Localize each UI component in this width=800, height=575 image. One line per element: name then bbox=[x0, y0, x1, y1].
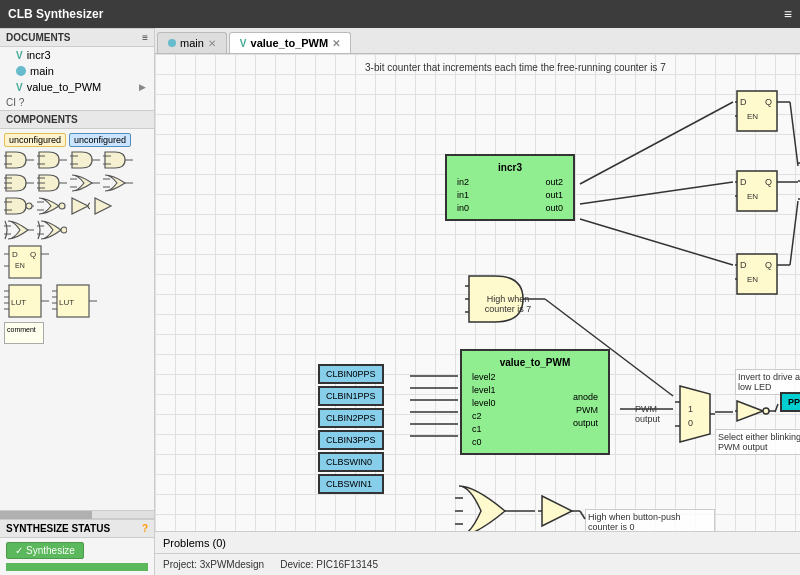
category-labels: unconfigured unconfigured bbox=[4, 133, 150, 147]
and-gate-1[interactable] bbox=[4, 150, 34, 170]
sidebar-scrollbar-thumb[interactable] bbox=[0, 511, 92, 519]
sidebar-scrollbar[interactable] bbox=[0, 510, 154, 518]
annotation-top: 3-bit counter that increments each time … bbox=[365, 62, 725, 73]
synthesize-help-icon[interactable]: ? bbox=[142, 523, 148, 534]
svg-line-124 bbox=[775, 404, 778, 412]
tab-value-to-pwm[interactable]: V value_to_PWM ✕ bbox=[229, 32, 351, 53]
device-status: Device: PIC16F13145 bbox=[280, 559, 378, 570]
and-gate-6[interactable] bbox=[37, 173, 67, 193]
vtopwm-c1: c1 bbox=[472, 424, 496, 434]
svg-text:D: D bbox=[740, 260, 747, 270]
annotation-high-when-0: High when button-push counter is 0 bbox=[585, 509, 715, 531]
tabbar: main ✕ V value_to_PWM ✕ bbox=[155, 28, 800, 54]
large-or-gate[interactable] bbox=[455, 484, 535, 531]
problems-bar: Problems (0) bbox=[155, 531, 800, 553]
canvas-area: 3-bit counter that increments each time … bbox=[155, 54, 800, 531]
or-gate-2[interactable] bbox=[103, 173, 133, 193]
dff-1[interactable]: D Q EN bbox=[735, 89, 790, 136]
svg-marker-33 bbox=[72, 198, 88, 214]
gate-row-1 bbox=[4, 150, 150, 170]
svg-text:Q: Q bbox=[765, 177, 772, 187]
or-gate-1[interactable] bbox=[70, 173, 100, 193]
high-when-7-gate[interactable] bbox=[465, 274, 545, 326]
svg-point-30 bbox=[59, 203, 65, 209]
vtopwm-level2: level2 bbox=[472, 372, 496, 382]
doc-item-value-to-pwm[interactable]: V value_to_PWM ▶ bbox=[0, 79, 154, 95]
components-grid: unconfigured unconfigured bbox=[0, 129, 154, 510]
comment-component[interactable]: comment bbox=[4, 322, 44, 344]
svg-text:Q: Q bbox=[30, 250, 36, 259]
tab-main[interactable]: main ✕ bbox=[157, 32, 227, 53]
incr3-block[interactable]: incr3 in2 in1 in0 out2 out1 out0 bbox=[445, 154, 575, 221]
svg-marker-35 bbox=[95, 198, 111, 214]
buf-gate-1[interactable] bbox=[93, 196, 113, 216]
lut-component-1[interactable]: LUT bbox=[4, 283, 49, 319]
pin-clbin3pps[interactable]: CLBIN3PPS bbox=[318, 430, 384, 450]
main-layout: DOCUMENTS ≡ V incr3 main V value_to_PWM … bbox=[0, 28, 800, 575]
vtopwm-pwm-output2: output bbox=[573, 418, 598, 428]
nor-gate-1[interactable] bbox=[37, 196, 67, 216]
value-to-pwm-block[interactable]: value_to_PWM level2 level1 level0 c2 c1 … bbox=[460, 349, 610, 455]
pin-clbswin0[interactable]: CLBSWIN0 bbox=[318, 452, 384, 472]
svg-text:0: 0 bbox=[688, 418, 693, 428]
and-gate-2[interactable] bbox=[37, 150, 67, 170]
annotation-select: Select either blinking or PWM output bbox=[715, 429, 800, 455]
pin-clbin1pps[interactable]: CLBIN1PPS bbox=[318, 386, 384, 406]
vtopwm-level1: level1 bbox=[472, 385, 496, 395]
tab-value-label: value_to_PWM bbox=[251, 37, 329, 49]
tab-main-close[interactable]: ✕ bbox=[208, 38, 216, 49]
svg-line-114 bbox=[790, 201, 798, 265]
svg-line-111 bbox=[580, 219, 733, 265]
svg-text:EN: EN bbox=[15, 262, 25, 269]
circle-icon bbox=[16, 66, 26, 76]
pin-clbswin1[interactable]: CLBSWIN1 bbox=[318, 474, 384, 494]
tab-value-close[interactable]: ✕ bbox=[332, 38, 340, 49]
incr3-out1: out1 bbox=[545, 190, 563, 200]
xor-gate-1[interactable] bbox=[4, 219, 34, 241]
v-icon: V bbox=[16, 50, 23, 61]
and-gate-4[interactable] bbox=[103, 150, 133, 170]
lut-component-2[interactable]: LUT bbox=[52, 283, 97, 319]
pps-out0-block[interactable]: PPS_OUT0 bbox=[780, 392, 800, 412]
svg-line-126 bbox=[580, 511, 585, 519]
svg-marker-106 bbox=[542, 496, 572, 526]
vtopwm-c2: c2 bbox=[472, 411, 496, 421]
svg-text:LUT: LUT bbox=[11, 298, 26, 307]
topbar: CLB Synthesizer ≡ bbox=[0, 0, 800, 28]
doc-item-main[interactable]: main bbox=[0, 63, 154, 79]
components-header[interactable]: COMPONENTS bbox=[0, 110, 154, 129]
gate-row-2 bbox=[4, 173, 150, 193]
svg-text:LUT: LUT bbox=[59, 298, 74, 307]
mux-block[interactable]: 1 0 bbox=[675, 384, 715, 446]
svg-point-99 bbox=[763, 408, 769, 414]
menu-icon[interactable]: ≡ bbox=[784, 6, 792, 22]
doc-item-incr3[interactable]: V incr3 bbox=[0, 47, 154, 63]
nand-gate-1[interactable] bbox=[4, 196, 34, 216]
problems-text: Problems (0) bbox=[163, 537, 226, 549]
pps-out0-label: PPS_OUT0 bbox=[780, 392, 800, 412]
xnor-gate-1[interactable] bbox=[37, 219, 67, 241]
buf-gate-canvas[interactable] bbox=[540, 494, 580, 530]
and-gate-5[interactable] bbox=[4, 173, 34, 193]
and-gate-3[interactable] bbox=[70, 150, 100, 170]
incr3-in1: in1 bbox=[457, 190, 469, 200]
not-gate-1[interactable] bbox=[70, 196, 90, 216]
pin-clbin0pps[interactable]: CLBIN0PPS bbox=[318, 364, 384, 384]
svg-line-112 bbox=[790, 102, 798, 166]
synthesize-section: SYNTHESIZE STATUS ? ✓ Synthesize bbox=[0, 518, 154, 575]
dff-2[interactable]: D Q EN bbox=[735, 169, 790, 216]
dff-component-1[interactable]: D Q EN bbox=[4, 244, 49, 280]
dff-3[interactable]: D Q EN bbox=[735, 252, 790, 299]
synthesize-button[interactable]: ✓ Synthesize bbox=[6, 542, 84, 559]
pin-clbin2pps[interactable]: CLBIN2PPS bbox=[318, 408, 384, 428]
unconfigured-label-1: unconfigured bbox=[4, 133, 66, 147]
svg-point-26 bbox=[26, 203, 32, 209]
components-section: COMPONENTS unconfigured unconfigured bbox=[0, 110, 154, 510]
inverter-gate[interactable] bbox=[735, 399, 775, 425]
app-title: CLB Synthesizer bbox=[8, 7, 103, 21]
ci-label: CI ? bbox=[0, 95, 154, 110]
vtopwm-pwm-output: PWM bbox=[573, 405, 598, 415]
unconfigured-label-2: unconfigured bbox=[69, 133, 131, 147]
arrow-right-icon: ▶ bbox=[139, 82, 146, 92]
documents-header[interactable]: DOCUMENTS ≡ bbox=[0, 28, 154, 47]
